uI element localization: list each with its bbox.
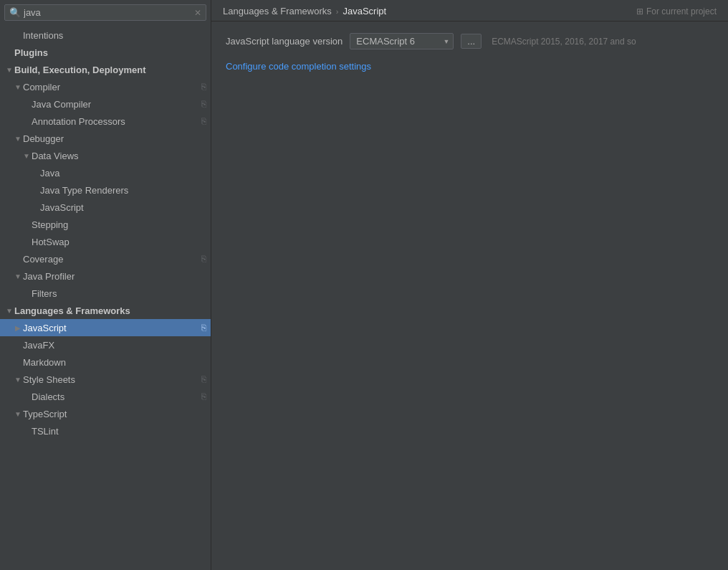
search-bar: 🔍 ✕	[4, 4, 206, 21]
sidebar-item-java-compiler[interactable]: Java Compiler ⎘	[0, 95, 211, 113]
arrow-debugger	[13, 135, 23, 143]
sidebar-item-java-type-renderers[interactable]: Java Type Renderers	[0, 181, 211, 199]
sidebar-item-languages-frameworks[interactable]: Languages & Frameworks	[0, 302, 211, 319]
sidebar-item-javascript[interactable]: JavaScript ⎘	[0, 319, 211, 336]
arrow-java-profiler	[13, 272, 23, 280]
sidebar-item-plugins[interactable]: Plugins	[0, 44, 211, 61]
sidebar-item-typescript[interactable]: TypeScript	[0, 405, 211, 422]
arrow-build	[4, 66, 14, 74]
breadcrumb-bar: Languages & Frameworks › JavaScript ⊞ Fo…	[211, 0, 728, 22]
sidebar-tree: Intentions Plugins Build, Execution, Dep…	[0, 24, 211, 570]
copy-icon-coverage: ⎘	[201, 254, 206, 264]
sidebar-item-data-views[interactable]: Data Views	[0, 147, 211, 164]
sidebar-item-stepping[interactable]: Stepping	[0, 216, 211, 233]
sidebar-item-annotation-processors[interactable]: Annotation Processors ⎘	[0, 113, 211, 130]
sidebar-item-markdown[interactable]: Markdown	[0, 353, 211, 371]
sidebar-item-java[interactable]: Java	[0, 164, 211, 181]
language-version-select[interactable]: ECMAScript 5.1 ECMAScript 6 ECMAScript 2…	[350, 33, 454, 49]
arrow-typescript	[13, 410, 23, 418]
sidebar-item-debugger[interactable]: Debugger	[0, 130, 211, 147]
breadcrumb-javascript[interactable]: JavaScript	[343, 6, 386, 16]
copy-icon-compiler: ⎘	[201, 82, 206, 92]
hint-text: ECMAScript 2015, 2016, 2017 and so	[492, 37, 636, 47]
sidebar-item-filters[interactable]: Filters	[0, 285, 211, 302]
for-project-label: For current project	[646, 6, 717, 16]
clear-icon[interactable]: ✕	[194, 8, 201, 18]
arrow-javascript	[13, 324, 23, 332]
sidebar-item-style-sheets[interactable]: Style Sheets ⎘	[0, 371, 211, 388]
arrow-compiler	[13, 83, 23, 91]
copy-icon-style-sheets: ⎘	[201, 374, 206, 384]
language-version-row: JavaScript language version ECMAScript 5…	[226, 33, 714, 49]
arrow-data-views	[21, 152, 32, 160]
arrow-style-sheets	[13, 376, 23, 384]
arrow-lang-frameworks	[4, 307, 14, 315]
sidebar-item-coverage[interactable]: Coverage ⎘	[0, 250, 211, 267]
project-icon: ⊞	[636, 6, 643, 16]
ellipsis-button[interactable]: ...	[461, 34, 482, 49]
copy-icon-annotation: ⎘	[201, 116, 206, 126]
search-icon: 🔍	[9, 7, 21, 18]
breadcrumb-languages[interactable]: Languages & Frameworks	[223, 6, 332, 16]
for-current-project-button[interactable]: ⊞ For current project	[636, 6, 717, 16]
sidebar-item-hotswap[interactable]: HotSwap	[0, 233, 211, 250]
copy-icon-dialects: ⎘	[201, 391, 206, 402]
sidebar-item-compiler[interactable]: Compiler ⎘	[0, 78, 211, 95]
language-version-dropdown-container: ECMAScript 5.1 ECMAScript 6 ECMAScript 2…	[350, 33, 454, 49]
sidebar: 🔍 ✕ Intentions Plugins Build, Execution,…	[0, 0, 211, 570]
sidebar-item-tslint[interactable]: TSLint	[0, 422, 211, 440]
settings-content: JavaScript language version ECMAScript 5…	[211, 22, 728, 570]
copy-icon-javascript: ⎘	[201, 323, 206, 333]
main-content: Languages & Frameworks › JavaScript ⊞ Fo…	[211, 0, 728, 570]
configure-link-row: Configure code completion settings	[226, 61, 714, 72]
sidebar-item-java-profiler[interactable]: Java Profiler	[0, 267, 211, 285]
breadcrumb-chevron: ›	[336, 7, 339, 16]
sidebar-item-javascript-debug[interactable]: JavaScript	[0, 199, 211, 216]
configure-link[interactable]: Configure code completion settings	[226, 61, 371, 72]
sidebar-item-build[interactable]: Build, Execution, Deployment	[0, 61, 211, 78]
sidebar-item-intentions[interactable]: Intentions	[0, 27, 211, 44]
sidebar-item-javafx[interactable]: JavaFX	[0, 336, 211, 353]
sidebar-item-dialects[interactable]: Dialects ⎘	[0, 388, 211, 405]
copy-icon-java-compiler: ⎘	[201, 99, 206, 109]
language-version-label: JavaScript language version	[226, 36, 343, 47]
search-input[interactable]	[24, 7, 194, 18]
